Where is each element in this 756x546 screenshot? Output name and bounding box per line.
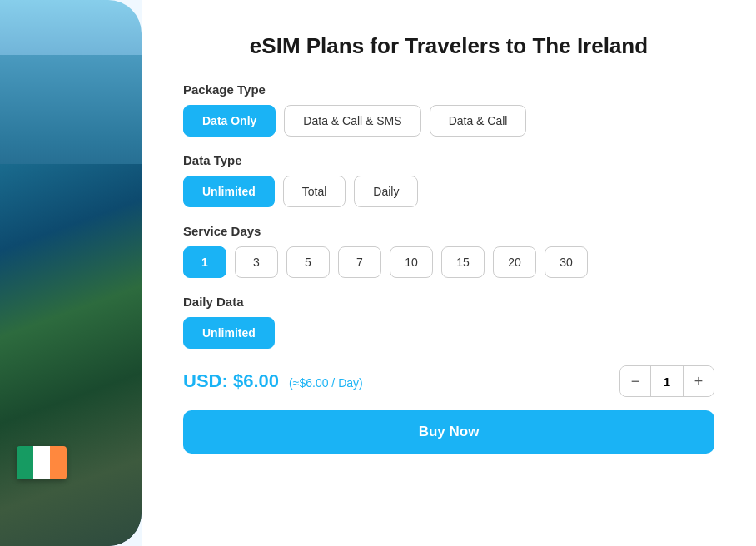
- data-type-unlimited-button[interactable]: Unlimited: [183, 176, 275, 207]
- package-data-only-button[interactable]: Data Only: [183, 105, 276, 136]
- package-data-call-button[interactable]: Data & Call: [430, 105, 527, 136]
- flag-green-stripe: [17, 446, 33, 479]
- day-3-button[interactable]: 3: [235, 246, 278, 278]
- data-type-daily-button[interactable]: Daily: [354, 176, 418, 207]
- background-image: [0, 0, 142, 546]
- pricing-row: USD: $6.00 (≈$6.00 / Day) − 1 +: [183, 365, 714, 397]
- day-10-button[interactable]: 10: [390, 246, 433, 278]
- ireland-flag: [17, 446, 67, 479]
- daily-data-section: Daily Data Unlimited: [183, 295, 714, 349]
- data-type-group: Unlimited Total Daily: [183, 176, 714, 207]
- flag-orange-stripe: [50, 446, 67, 479]
- price-display: USD: $6.00 (≈$6.00 / Day): [183, 370, 363, 392]
- quantity-control: − 1 +: [619, 365, 714, 397]
- data-type-label: Data Type: [183, 153, 714, 167]
- quantity-decrease-button[interactable]: −: [620, 366, 650, 396]
- daily-data-label: Daily Data: [183, 295, 714, 309]
- day-20-button[interactable]: 20: [493, 246, 536, 278]
- service-days-label: Service Days: [183, 224, 714, 238]
- package-type-group: Data Only Data & Call & SMS Data & Call: [183, 105, 714, 136]
- page-title: eSIM Plans for Travelers to The Ireland: [183, 33, 714, 59]
- data-type-total-button[interactable]: Total: [283, 176, 346, 207]
- price-value: USD: $6.00 (≈$6.00 / Day): [183, 370, 363, 391]
- service-days-group: 1 3 5 7 10 15 20 30: [183, 246, 714, 278]
- quantity-value: 1: [650, 366, 684, 396]
- day-15-button[interactable]: 15: [441, 246, 485, 278]
- package-type-label: Package Type: [183, 82, 714, 97]
- buy-now-button[interactable]: Buy Now: [183, 410, 714, 454]
- daily-data-group: Unlimited: [183, 317, 714, 349]
- daily-data-unlimited-button[interactable]: Unlimited: [183, 317, 275, 349]
- package-data-call-sms-button[interactable]: Data & Call & SMS: [284, 105, 420, 136]
- price-currency: USD:: [183, 370, 228, 391]
- bg-rocks: [0, 164, 142, 546]
- day-30-button[interactable]: 30: [545, 246, 588, 278]
- price-amount: $6.00: [233, 370, 279, 391]
- package-type-section: Package Type Data Only Data & Call & SMS…: [183, 82, 714, 136]
- main-content: eSIM Plans for Travelers to The Ireland …: [142, 0, 756, 546]
- flag-white-stripe: [33, 446, 50, 479]
- day-1-button[interactable]: 1: [183, 246, 226, 278]
- day-7-button[interactable]: 7: [338, 246, 381, 278]
- quantity-increase-button[interactable]: +: [684, 366, 714, 396]
- data-type-section: Data Type Unlimited Total Daily: [183, 153, 714, 207]
- day-5-button[interactable]: 5: [286, 246, 330, 278]
- service-days-section: Service Days 1 3 5 7 10 15 20 30: [183, 224, 714, 278]
- price-per-day: (≈$6.00 / Day): [289, 376, 363, 390]
